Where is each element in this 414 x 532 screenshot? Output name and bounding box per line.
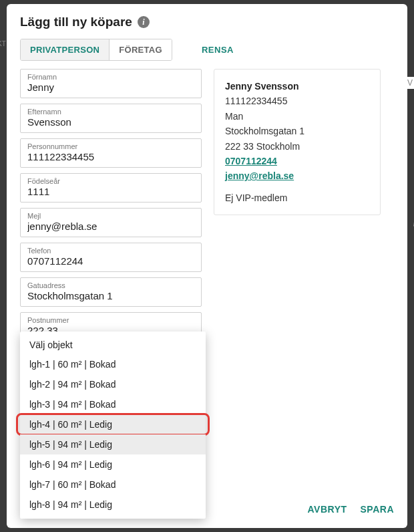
- summary-name: Jenny Svensson: [225, 79, 369, 94]
- field-label: Telefon: [27, 247, 194, 255]
- dropdown-item-lgh3[interactable]: lgh-3 | 94 m² | Bokad: [20, 394, 206, 414]
- phone-input[interactable]: [27, 255, 194, 267]
- field-label: Postnummer: [27, 316, 194, 324]
- summary-gender: Man: [225, 109, 369, 124]
- dropdown-item-label: lgh-4 | 60 m² | Ledig: [29, 419, 112, 430]
- email-input[interactable]: [27, 221, 194, 232]
- street-input[interactable]: [27, 290, 194, 301]
- bg-fragment: KT: [0, 40, 6, 47]
- birthyear-input[interactable]: [27, 186, 194, 197]
- personnummer-field[interactable]: Personnummer: [20, 138, 202, 168]
- personnummer-input[interactable]: [27, 151, 194, 162]
- field-label: Mejl: [27, 212, 194, 220]
- buyer-summary-card: Jenny Svensson 111122334455 Man Stockhol…: [214, 69, 381, 215]
- dropdown-item-lgh2[interactable]: lgh-2 | 94 m² | Bokad: [20, 374, 206, 394]
- tab-privatperson[interactable]: PRIVATPERSON: [21, 39, 109, 60]
- birthyear-field[interactable]: Födelseår: [20, 173, 202, 203]
- field-label: Födelseår: [27, 177, 194, 185]
- summary-postal: 222 33 Stockholm: [225, 139, 369, 154]
- lastname-field[interactable]: Efternamn: [20, 104, 202, 133]
- lastname-input[interactable]: [27, 116, 194, 128]
- dropdown-item-lgh4[interactable]: lgh-4 | 60 m² | Ledig: [20, 414, 206, 434]
- modal-footer: AVBRYT SPARA: [308, 504, 394, 515]
- field-label: Personnummer: [27, 142, 194, 150]
- street-field[interactable]: Gatuadress: [20, 277, 202, 307]
- tab-foretag[interactable]: FÖRETAG: [109, 39, 172, 60]
- firstname-input[interactable]: [27, 82, 194, 93]
- dropdown-item-lgh8[interactable]: lgh-8 | 94 m² | Ledig: [20, 495, 206, 515]
- clear-button[interactable]: RENSA: [202, 45, 234, 55]
- dropdown-item-lgh5[interactable]: lgh-5 | 94 m² | Ledig: [20, 434, 206, 454]
- summary-address: Stockholmsgatan 1: [225, 124, 369, 138]
- dropdown-header: Välj objekt: [20, 336, 206, 354]
- save-button[interactable]: SPARA: [361, 504, 394, 515]
- add-buyer-modal: Lägg till ny köpare i PRIVATPERSON FÖRET…: [7, 4, 407, 528]
- modal-title: Lägg till ny köpare: [20, 15, 132, 29]
- summary-phone-link[interactable]: 0707112244: [225, 154, 369, 168]
- info-icon[interactable]: i: [138, 16, 150, 28]
- object-dropdown: Välj objekt lgh-1 | 60 m² | Bokad lgh-2 …: [20, 331, 206, 519]
- modal-header: Lägg till ny köpare i: [20, 15, 394, 29]
- buyer-type-tabs: PRIVATPERSON FÖRETAG: [20, 39, 172, 61]
- firstname-field[interactable]: Förnamn: [20, 69, 202, 98]
- field-label: Gatuadress: [27, 281, 194, 289]
- modal-content: Förnamn Efternamn Personnummer Födelseår…: [20, 69, 394, 342]
- field-label: Efternamn: [27, 108, 194, 116]
- summary-email-link[interactable]: jenny@rebla.se: [225, 168, 369, 183]
- field-label: Förnamn: [27, 73, 194, 81]
- email-field[interactable]: Mejl: [20, 208, 202, 237]
- dropdown-item-lgh7[interactable]: lgh-7 | 60 m² | Bokad: [20, 475, 206, 495]
- summary-vip: Ej VIP-medlem: [225, 190, 369, 205]
- form-column: Förnamn Efternamn Personnummer Födelseår…: [20, 69, 202, 342]
- cancel-button[interactable]: AVBRYT: [308, 504, 347, 515]
- dropdown-item-lgh1[interactable]: lgh-1 | 60 m² | Bokad: [20, 354, 206, 374]
- summary-pnr: 111122334455: [225, 94, 369, 108]
- dropdown-item-lgh6[interactable]: lgh-6 | 94 m² | Ledig: [20, 454, 206, 475]
- tabs-row: PRIVATPERSON FÖRETAG RENSA: [20, 39, 394, 61]
- phone-field[interactable]: Telefon: [20, 243, 202, 272]
